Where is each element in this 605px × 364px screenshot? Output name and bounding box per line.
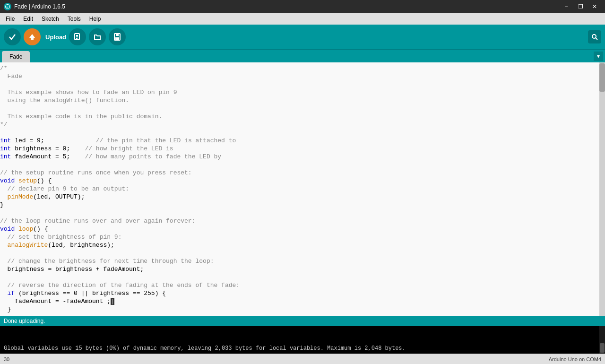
maximize-button[interactable]: ❐ bbox=[574, 0, 587, 13]
tab-label: Fade bbox=[9, 53, 22, 60]
console-scrollbar[interactable] bbox=[599, 326, 605, 354]
board-info: Arduino Uno on COM4 bbox=[549, 356, 601, 362]
editor-scrollbar[interactable] bbox=[599, 62, 605, 316]
svg-rect-9 bbox=[115, 37, 119, 40]
svg-rect-8 bbox=[116, 34, 119, 36]
console-scroll-thumb[interactable] bbox=[600, 343, 605, 353]
editor-container: /* Fade This example shows how to fade a… bbox=[0, 62, 605, 316]
svg-text:∞: ∞ bbox=[6, 6, 8, 9]
menu-help[interactable]: Help bbox=[86, 15, 105, 23]
svg-point-10 bbox=[592, 35, 596, 38]
editor-scroll[interactable]: /* Fade This example shows how to fade a… bbox=[0, 62, 599, 316]
output-status: Done uploading. bbox=[0, 316, 605, 326]
search-button[interactable] bbox=[588, 30, 601, 43]
scroll-thumb[interactable] bbox=[599, 63, 605, 92]
open-button[interactable] bbox=[89, 28, 106, 45]
line-number: 30 bbox=[4, 356, 9, 362]
title-bar: ∞ Fade | Arduino 1.6.5 − ❐ ✕ bbox=[0, 0, 605, 13]
minimize-button[interactable]: − bbox=[560, 0, 573, 13]
menu-file[interactable]: File bbox=[2, 15, 18, 23]
menu-bar: File Edit Sketch Tools Help bbox=[0, 13, 605, 25]
save-button[interactable] bbox=[109, 28, 126, 45]
verify-button[interactable] bbox=[4, 28, 21, 45]
upload-label: Upload bbox=[45, 34, 66, 41]
svg-marker-2 bbox=[29, 34, 35, 40]
new-button[interactable] bbox=[69, 28, 86, 45]
console-line1 bbox=[4, 338, 601, 345]
tab-fade[interactable]: Fade bbox=[2, 51, 30, 62]
window-controls[interactable]: − ❐ ✕ bbox=[560, 0, 601, 13]
close-button[interactable]: ✕ bbox=[588, 0, 601, 13]
tab-bar: Fade ▾ bbox=[0, 49, 605, 62]
console-line2: Global variables use 15 bytes (0%) of dy… bbox=[4, 345, 601, 352]
upload-button[interactable] bbox=[24, 28, 41, 45]
menu-tools[interactable]: Tools bbox=[64, 15, 85, 23]
toolbar: Upload bbox=[0, 25, 605, 49]
arduino-logo-icon: ∞ bbox=[4, 3, 11, 10]
upload-status: Done uploading. bbox=[4, 318, 45, 324]
tab-dropdown-button[interactable]: ▾ bbox=[594, 52, 603, 61]
window-title: Fade | Arduino 1.6.5 bbox=[14, 3, 65, 10]
svg-line-11 bbox=[596, 38, 597, 40]
menu-sketch[interactable]: Sketch bbox=[38, 15, 63, 23]
menu-edit[interactable]: Edit bbox=[19, 15, 37, 23]
title-left: ∞ Fade | Arduino 1.6.5 bbox=[4, 3, 65, 10]
status-bar: 30 Arduino Uno on COM4 bbox=[0, 354, 605, 364]
code-editor[interactable]: /* Fade This example shows how to fade a… bbox=[0, 62, 599, 316]
console-area: Global variables use 15 bytes (0%) of dy… bbox=[0, 326, 605, 354]
